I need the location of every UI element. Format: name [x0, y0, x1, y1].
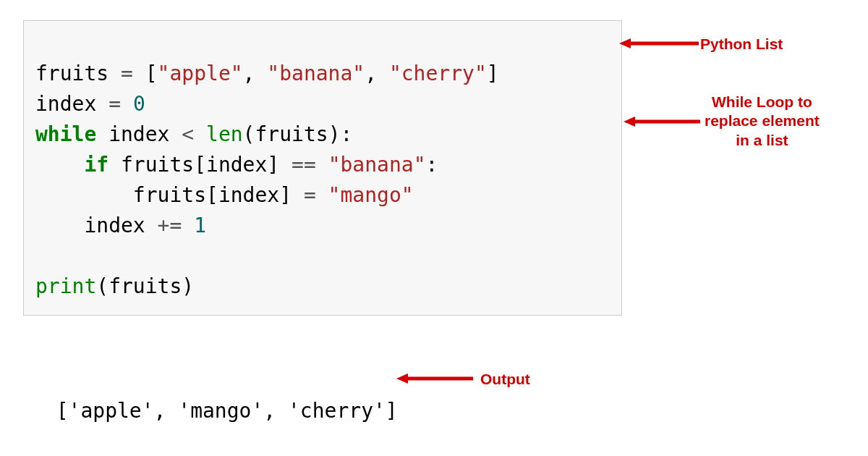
code-line-3: while index < len(fruits):: [35, 122, 352, 146]
arrow-icon: [396, 371, 473, 386]
annotation-while-loop: While Loop to replace element in a list: [705, 93, 820, 150]
annotation-python-list: Python List: [700, 35, 783, 54]
code-line-5: fruits[index] = "mango": [35, 183, 414, 207]
svg-marker-3: [624, 117, 635, 127]
svg-marker-1: [619, 38, 631, 48]
svg-marker-5: [396, 373, 408, 384]
output-text: ['apple', 'mango', 'cherry']: [56, 399, 398, 423]
annotation-output: Output: [480, 370, 530, 389]
variable-fruits: fruits: [35, 62, 109, 85]
code-line-1: fruits = ["apple", "banana", "cherry"]: [35, 62, 499, 85]
arrow-icon: [624, 114, 700, 129]
code-block: fruits = ["apple", "banana", "cherry"] i…: [23, 20, 622, 316]
code-line-4: if fruits[index] == "banana":: [35, 153, 438, 177]
output-block: ['apple', 'mango', 'cherry']: [32, 366, 398, 426]
code-line-2: index = 0: [35, 92, 145, 116]
code-line-8: print(fruits): [35, 274, 194, 298]
code-line-6: index += 1: [35, 214, 206, 237]
arrow-icon: [619, 36, 699, 51]
